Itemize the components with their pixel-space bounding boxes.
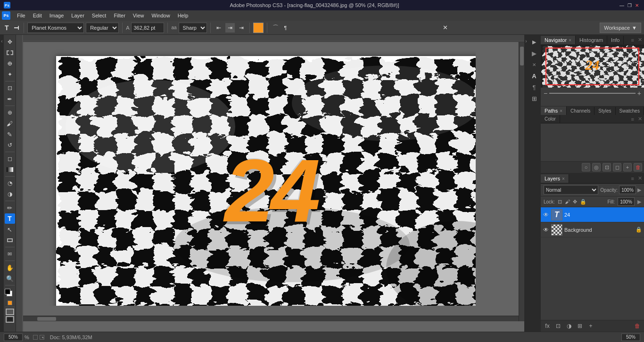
lock-all-icon[interactable]: 🔒 [580,199,586,205]
workspace-btn[interactable]: Workspace ▼ [600,23,641,33]
eyedropper-tool[interactable]: ✒ [5,94,15,104]
top-panel-close[interactable]: ✕ [636,36,644,44]
close-button[interactable]: ✕ [634,2,640,8]
layer-group-btn[interactable]: ⊞ [575,322,585,330]
tab-navigator[interactable]: Navigator × [541,36,576,44]
tab-histogram[interactable]: Histogram [576,36,607,44]
menu-help[interactable]: Help [174,12,192,19]
canvas[interactable]: 24 WA...XIDE.COM [56,56,476,306]
font-family-select[interactable]: Planet Kosmos [27,23,84,33]
notes-tool[interactable]: ✉ [5,249,15,259]
path-new-btn[interactable]: + [623,163,632,171]
strip-icon-3[interactable]: ✕ [529,59,539,70]
layer-fx-btn[interactable]: fx [543,322,552,330]
move-tool[interactable]: ✥ [5,37,15,47]
font-style-select[interactable]: Regular [86,23,119,33]
shape-tool[interactable] [5,235,15,245]
tab-layers-close[interactable]: × [562,176,565,181]
layer-delete-btn[interactable]: 🗑 [633,322,642,330]
layer-mask-btn[interactable]: ⊡ [553,322,563,330]
nav-zoom-in-btn[interactable]: + [637,90,641,97]
lock-paint-icon[interactable]: 🖌 [565,199,570,204]
history-brush-tool[interactable]: ↺ [5,140,15,150]
strip-icon-para[interactable]: ¶ [529,82,539,92]
strip-icon-type[interactable]: A [529,71,539,81]
opacity-arrow[interactable]: ▶ [637,187,641,193]
foreground-color[interactable] [5,289,10,294]
standard-screen-btn[interactable] [6,309,14,315]
zoom-mag-icon[interactable] [33,335,38,340]
warp-text-btn[interactable]: ⌒ [271,23,281,33]
align-center-btn[interactable]: ⇥ [225,23,235,33]
hand-tool[interactable]: ✋ [5,262,15,273]
lock-position-icon[interactable]: ✥ [573,199,577,205]
tab-channels[interactable]: Channels [567,107,594,115]
fill-input[interactable] [618,197,635,206]
char-panel-btn[interactable]: ¶ [282,23,289,33]
menu-view[interactable]: View [129,12,148,19]
dodge-tool[interactable]: ◑ [5,189,15,199]
text-horizontal-btn[interactable]: T [3,23,11,33]
restore-button[interactable]: ❐ [626,2,633,8]
eraser-tool[interactable]: ◻ [5,154,15,164]
left-panel-collapse[interactable]: ‹ [0,35,4,332]
full-screen-btn[interactable] [6,316,14,323]
paths-panel-options[interactable]: ≡ [629,115,636,123]
layers-panel-close[interactable]: ✕ [636,174,644,182]
menu-layer[interactable]: Layer [67,12,88,19]
opacity-input[interactable] [619,186,636,194]
text-color-swatch[interactable] [253,23,264,33]
text-vertical-btn[interactable]: T [11,24,22,32]
strip-icon-2[interactable]: ▶ [529,48,539,58]
strip-icon-1[interactable]: ▶ [529,37,539,47]
scroll-thumb-h[interactable] [37,317,56,321]
layer-24-visibility[interactable]: 👁 [543,212,549,218]
align-left-btn[interactable]: ⇤ [214,23,223,33]
minimize-button[interactable]: — [619,2,625,8]
zoom-input[interactable] [4,334,23,341]
path-stroke-btn[interactable]: ◎ [592,163,601,171]
blend-mode-select[interactable]: Normal [544,185,598,195]
tab-color[interactable]: Color [541,115,560,123]
vertical-scrollbar[interactable] [519,42,524,321]
menu-select[interactable]: Select [88,12,110,19]
strip-icon-layers[interactable]: ⊞ [529,93,539,104]
heal-brush-tool[interactable]: ⊕ [5,107,15,118]
right-panel-collapse[interactable]: › [524,35,528,332]
lasso-tool[interactable]: ⴲ [5,58,15,69]
top-panel-options[interactable]: ≡ [629,36,636,44]
type-tool[interactable]: T [5,213,15,224]
path-mask-btn[interactable]: ◻ [613,163,621,171]
anti-alias-select[interactable]: Sharp [179,23,207,33]
lock-transparent-icon[interactable]: ⊡ [558,199,562,205]
zoom-tool[interactable]: 🔍 [5,273,15,284]
cancel-btn[interactable]: ✕ [441,23,450,33]
layer-row-background[interactable]: 👁 [541,222,644,237]
magic-wand-tool[interactable]: ✦ [5,69,15,80]
clone-stamp-tool[interactable]: ✎ [5,129,15,139]
tab-styles[interactable]: Styles [594,107,615,115]
tab-info[interactable]: Info [607,36,624,44]
layer-bg-visibility[interactable]: 👁 [543,227,549,233]
path-selection-btn[interactable]: ⊡ [603,163,611,171]
tab-paths[interactable]: Paths × [541,106,567,115]
nav-zoom-slider[interactable] [549,93,636,94]
align-right-btn[interactable]: ⇥ [237,23,246,33]
menu-image[interactable]: Image [46,12,68,19]
path-fill-btn[interactable]: ○ [582,163,590,171]
crop-tool[interactable]: ⊡ [5,83,15,93]
menu-edit[interactable]: Edit [29,12,46,19]
brush-tool[interactable]: 🖌 [5,118,15,129]
fill-arrow[interactable]: ▶ [637,199,641,205]
path-select-tool[interactable]: ↖ [5,224,15,235]
tab-paths-close[interactable]: × [560,108,562,114]
zoom-right-input[interactable] [621,334,640,341]
path-delete-btn[interactable]: 🗑 [634,163,642,171]
menu-window[interactable]: Window [148,12,174,19]
quick-mask-icon[interactable] [8,301,12,305]
nav-zoom-out-btn[interactable]: − [544,90,547,97]
layer-row-24[interactable]: 👁 T 24 [541,207,644,222]
menu-filter[interactable]: Filter [110,12,129,19]
blur-tool[interactable]: ◔ [5,178,15,188]
gradient-tool[interactable] [5,164,15,175]
